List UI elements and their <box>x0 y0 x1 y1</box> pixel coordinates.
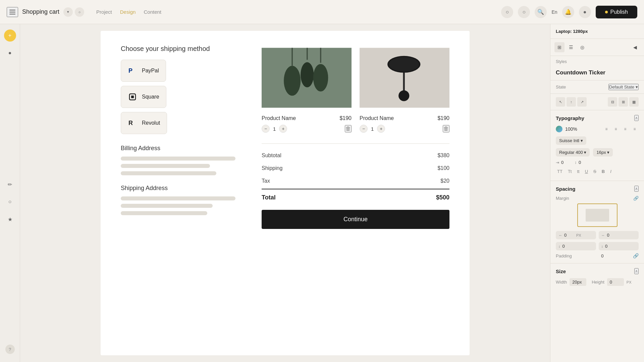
search-btn[interactable]: 🔍 <box>535 6 547 18</box>
square-btn[interactable]: Square <box>121 86 166 108</box>
products-list: Product Name $190 − 1 + 🗑 <box>262 44 449 133</box>
typo-align-justify[interactable]: ≡ <box>631 125 639 133</box>
sidebar-circle-btn[interactable]: ○ <box>4 196 16 208</box>
sidebar-add-btn[interactable]: + <box>4 29 16 42</box>
share-btn[interactable]: ○ <box>518 6 530 18</box>
height-unit: PX <box>627 280 632 284</box>
font-size-select[interactable]: 16px ▾ <box>593 148 613 157</box>
panel-icons-row: ⊞ ☰ ◎ ◀ <box>550 39 644 56</box>
qty-plus-1[interactable]: + <box>279 125 287 133</box>
font-weight-label: Regular 400 <box>559 150 583 155</box>
typo-align-center[interactable]: ≡ <box>612 125 620 133</box>
margin-left-unit: PX <box>576 233 581 237</box>
padding-value: 0 <box>601 253 603 258</box>
qty-plus-2[interactable]: + <box>377 125 385 133</box>
font-family-select[interactable]: Suisse Intl ▾ <box>556 136 586 145</box>
style-tt-btn[interactable]: TT <box>556 168 564 175</box>
preview-btn[interactable]: ○ <box>501 6 513 18</box>
revolut-label: Revolut <box>142 120 160 126</box>
margin-bottom-input[interactable]: 0 <box>605 244 615 249</box>
nav-project[interactable]: Project <box>96 9 112 15</box>
margin-bottom-icon: ↕ <box>601 244 603 248</box>
align-distribute-v[interactable]: ⊟ <box>608 97 617 107</box>
publish-dot <box>605 11 608 13</box>
panel-icon-align-center[interactable]: ☰ <box>566 42 576 52</box>
typo-align-right[interactable]: ≡ <box>621 125 629 133</box>
component-title: Countdown Ticker <box>556 69 605 76</box>
qty-minus-2[interactable]: − <box>360 125 368 133</box>
top-nav-links: Project Design Content <box>96 9 161 15</box>
margin-link-icon: 🔗 <box>633 196 639 201</box>
font-weight-select[interactable]: Regular 400 ▾ <box>556 148 590 157</box>
typo-header: Typography ∧ <box>556 115 639 121</box>
hamburger-menu[interactable] <box>7 7 18 17</box>
spacing-collapse-btn[interactable]: ∧ <box>634 186 639 192</box>
typography-section: Typography ∧ 100% ≡ ≡ ≡ ≡ Suisse Intl ▾ <box>550 110 644 181</box>
typo-align-left[interactable]: ≡ <box>602 125 610 133</box>
panel-icon-collapse[interactable]: ◀ <box>630 42 640 52</box>
typo-style-row: TT Tt tt U S B I <box>556 168 639 175</box>
sidebar-star-btn[interactable]: ★ <box>4 213 16 225</box>
align-top-right[interactable]: ↗ <box>577 97 587 107</box>
margin-field-left: ↔ 0 PX <box>556 231 596 239</box>
align-bar-chart[interactable]: ▦ <box>629 97 639 107</box>
product-image-1 <box>262 44 352 111</box>
size-collapse-btn[interactable]: ∧ <box>634 268 639 274</box>
margin-box-container <box>556 203 639 227</box>
delete-btn-2[interactable]: 🗑 <box>443 125 449 132</box>
nav-design[interactable]: Design <box>120 9 136 15</box>
margin-right-input[interactable]: 0 <box>607 233 617 238</box>
publish-label: Publish <box>610 9 628 15</box>
avatar-btn[interactable]: ● <box>579 6 591 18</box>
width-input[interactable]: 20px <box>570 278 586 286</box>
offset-right-val: 0 <box>579 160 587 165</box>
typo-color-swatch[interactable] <box>556 126 562 132</box>
margin-field-bottom: ↕ 0 <box>599 242 639 250</box>
state-row: State Default State ▾ <box>550 80 644 94</box>
nav-content[interactable]: Content <box>144 9 161 15</box>
title-dropdown-btn[interactable]: ▾ <box>63 7 73 17</box>
style-italic-btn[interactable]: I <box>609 168 613 175</box>
margin-top-input[interactable]: 0 <box>562 244 573 249</box>
qty-value-1: 1 <box>273 126 276 132</box>
style-tt2-btn[interactable]: Tt <box>567 168 573 175</box>
margin-label: Margin <box>556 196 569 201</box>
qty-minus-1[interactable]: − <box>262 125 270 133</box>
sidebar-help-btn[interactable]: ? <box>5 345 15 354</box>
state-dropdown[interactable]: Default State ▾ <box>608 84 639 90</box>
right-panel: Laptop: 1280px ⊞ ☰ ◎ ◀ Styles Countdown … <box>550 24 644 362</box>
typo-size-row: Regular 400 ▾ 16px ▾ <box>556 148 639 157</box>
typography-collapse-btn[interactable]: ∧ <box>634 115 639 121</box>
style-underline-btn[interactable]: U <box>584 168 589 175</box>
publish-button[interactable]: Publish <box>596 6 637 18</box>
revolut-btn[interactable]: R Revolut <box>121 112 167 134</box>
style-strikethrough-btn[interactable]: S <box>592 168 598 175</box>
tax-label: Tax <box>262 178 270 184</box>
paypal-btn[interactable]: P PayPal <box>121 60 166 82</box>
square-icon <box>128 92 137 102</box>
style-bold-btn[interactable]: B <box>600 168 606 175</box>
height-input[interactable]: 0 <box>607 278 624 286</box>
shipping-value: $100 <box>437 165 449 171</box>
margin-left-input[interactable]: 0 <box>564 233 574 238</box>
sidebar-pen-btn[interactable]: ✏ <box>4 178 16 190</box>
align-top-left[interactable]: ↖ <box>556 97 565 107</box>
title-action-btn[interactable]: ○ <box>75 7 84 17</box>
topnav-right: ○ ○ 🔍 En 🔔 ● Publish <box>501 6 637 18</box>
style-tt3-btn[interactable]: tt <box>576 168 581 175</box>
offset-right-icon: ↕ <box>575 160 577 165</box>
align-top-center[interactable]: ↑ <box>567 97 576 107</box>
panel-icon-circle[interactable]: ◎ <box>577 42 587 52</box>
panel-icon-align-left[interactable]: ⊞ <box>554 42 565 52</box>
delete-btn-1[interactable]: 🗑 <box>345 125 352 132</box>
paypal-icon: P <box>128 66 137 75</box>
language-btn[interactable]: En <box>551 9 557 15</box>
padding-link-icon[interactable]: 🔗 <box>633 253 639 258</box>
qty-value-2: 1 <box>371 126 374 132</box>
notifications-btn[interactable]: 🔔 <box>562 6 574 18</box>
align-distribute-h[interactable]: ⊞ <box>619 97 628 107</box>
continue-button[interactable]: Continue <box>262 210 449 229</box>
padding-row: Padding 0 🔗 <box>556 253 639 258</box>
sidebar-dot-btn[interactable]: ● <box>4 47 16 59</box>
size-section: Size ∧ Width 20px Height 0 PX <box>550 263 644 291</box>
